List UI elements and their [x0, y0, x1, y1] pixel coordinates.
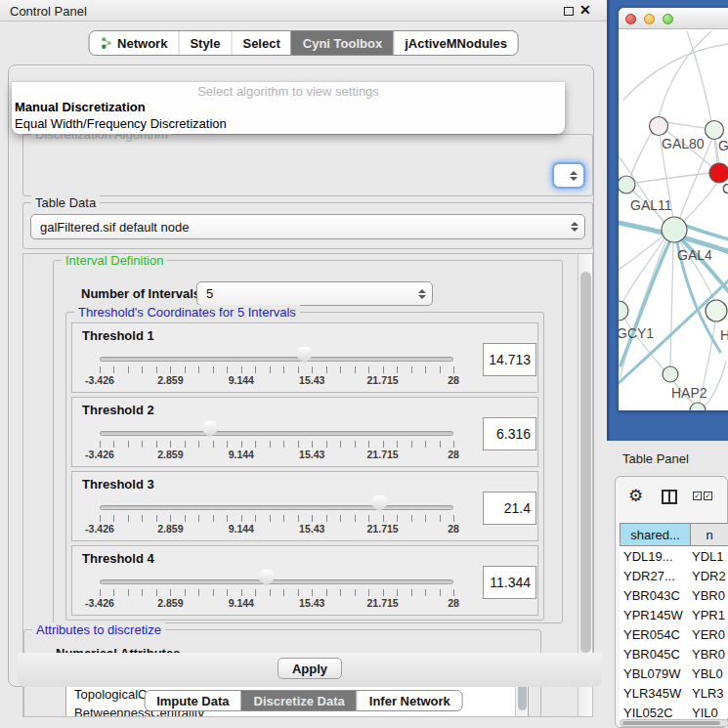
tab-style[interactable]: Style	[178, 31, 231, 55]
network-edge	[670, 242, 673, 366]
close-icon[interactable]: ✕	[579, 2, 591, 18]
table-row[interactable]: YPR145WYPR1	[620, 605, 728, 624]
table-row[interactable]: YIL052CYIL0	[620, 703, 728, 718]
network-node[interactable]	[690, 403, 706, 410]
network-node[interactable]	[650, 117, 668, 136]
network-node[interactable]	[619, 176, 635, 193]
apply-button[interactable]: Apply	[278, 658, 342, 679]
cell-name: YLR3	[692, 686, 728, 701]
table-row[interactable]: YBR045CYBR0	[620, 644, 728, 664]
tab-cyni-toolbox[interactable]: Cyni Toolbox	[291, 31, 393, 55]
table-row[interactable]: YLR345WYLR3	[620, 683, 728, 703]
threshold-1-slider-thumb[interactable]	[297, 347, 312, 364]
gear-icon[interactable]: ⚙	[628, 488, 643, 504]
slider-tick-labels: -3.4262.8599.14415.4321.71528	[100, 449, 453, 462]
cell-shared-name: YDL19...	[620, 549, 692, 564]
threshold-1-value-field[interactable]: 14.713	[483, 343, 536, 376]
slider-ticks	[100, 589, 454, 596]
slider-ticks	[100, 441, 454, 448]
network-node[interactable]	[709, 163, 728, 183]
threshold-2-slider-thumb[interactable]	[202, 421, 217, 438]
cell-shared-name: YBL079W	[620, 666, 692, 681]
table-row[interactable]: YBR043CYBR0	[620, 585, 728, 605]
float-window-icon[interactable]	[564, 7, 574, 16]
combo-arrows-icon	[418, 289, 426, 299]
cell-shared-name: YDR27...	[620, 569, 692, 583]
tab-infer-network[interactable]: Infer Network	[357, 691, 462, 710]
popup-item-equal-width-frequency[interactable]: Equal Width/Frequency Discretization	[15, 116, 227, 131]
popup-item-manual-discretization[interactable]: Manual Discretization	[15, 100, 146, 114]
control-panel-titlebar: Control Panel ✕	[0, 0, 607, 21]
column-header-name[interactable]: n	[691, 523, 728, 546]
network-node[interactable]	[663, 366, 678, 382]
network-node[interactable]	[706, 300, 727, 321]
network-icon	[100, 36, 112, 50]
combo-arrows-icon	[570, 171, 578, 181]
zoom-traffic-light[interactable]	[663, 14, 673, 24]
discretization-algorithm-group: Discretization Algorithm	[22, 134, 593, 196]
threshold-3-label: Threshold 3	[82, 477, 154, 492]
cell-name: YPR1	[692, 608, 728, 622]
checkbox-icon: ✓	[704, 492, 712, 500]
network-node-label: GAL4	[677, 247, 712, 263]
table-row[interactable]: YDL19...YDL1	[620, 546, 728, 566]
threshold-4-value-field[interactable]: 11.344	[483, 566, 536, 599]
tick-label: -3.426	[85, 449, 114, 460]
split-view-icon[interactable]	[662, 490, 677, 504]
threshold-4-slider-thumb[interactable]	[259, 570, 274, 586]
network-node-label: GAL80	[662, 136, 705, 151]
tick-label: 9.144	[229, 597, 254, 609]
threshold-3-slider-thumb[interactable]	[372, 495, 387, 512]
tick-label: 15.43	[299, 523, 324, 535]
tab-select[interactable]: Select	[231, 31, 290, 55]
network-window-frame: GAL80GACGAL11GAL4GCY1HHAP2	[607, 0, 728, 441]
cell-name: YIL0	[692, 706, 728, 719]
table-row[interactable]: YBL079WYBL0	[620, 664, 728, 683]
table-data-selected-value: galFiltered.sif default node	[40, 220, 189, 235]
minimize-traffic-light[interactable]	[644, 14, 655, 24]
slider-ticks	[100, 366, 454, 373]
algorithm-combobox-end[interactable]	[552, 162, 585, 189]
network-node-label: HAP2	[671, 385, 707, 401]
control-panel-window: Control Panel ✕ Network Style Select Cyn…	[0, 0, 607, 728]
network-node-label: GCY1	[619, 325, 654, 341]
close-traffic-light[interactable]	[625, 14, 636, 24]
combo-arrows-icon	[571, 222, 578, 232]
table-body: YDL19...YDL1YDR27...YDR2YBR043CYBR0YPR14…	[620, 546, 728, 718]
settings-scroll-area: Interval Definition Number of Intervals …	[22, 253, 593, 717]
number-of-intervals-combobox[interactable]: 5	[196, 281, 433, 306]
settings-vertical-scrollbar[interactable]	[578, 254, 593, 717]
threshold-2-label: Threshold 2	[82, 403, 154, 417]
table-horizontal-scrollbar[interactable]	[620, 719, 728, 727]
table-panel: ⚙ ✓ ✓ shared... n YDL19...YDL1YDR27...YD…	[615, 476, 728, 728]
cell-shared-name: YIL052C	[620, 706, 692, 719]
bottom-tab-bar: Impute Data Discretize Data Infer Networ…	[144, 690, 463, 711]
tab-jactivemnodules[interactable]: jActiveMNodules	[393, 31, 518, 55]
table-row[interactable]: YDR27...YDR2	[620, 566, 728, 585]
threshold-1-panel: Threshold 1 -3.4262.8599.14415.4321.7152…	[71, 322, 538, 393]
column-header-shared-name[interactable]: shared...	[620, 523, 691, 546]
cell-name: YDR2	[692, 569, 728, 583]
threshold-3-value-field[interactable]: 21.4	[483, 492, 536, 525]
table-row[interactable]: YER054CYER0	[620, 624, 728, 644]
threshold-2-value-field[interactable]: 6.316	[483, 417, 536, 450]
network-node[interactable]	[706, 121, 724, 140]
tab-network[interactable]: Network	[89, 31, 178, 55]
network-node[interactable]	[619, 301, 628, 321]
network-window: GAL80GACGAL11GAL4GCY1HHAP2	[619, 8, 728, 410]
network-node[interactable]	[662, 217, 687, 242]
cell-shared-name: YBR045C	[620, 647, 692, 662]
threshold-4-label: Threshold 4	[82, 551, 154, 566]
column-select-icons[interactable]: ✓ ✓	[693, 492, 712, 500]
network-window-titlebar	[619, 8, 728, 29]
tab-impute-data[interactable]: Impute Data	[145, 691, 240, 710]
tick-label: 9.144	[229, 374, 254, 386]
apply-row: Apply	[18, 653, 602, 687]
table-data-combobox[interactable]: galFiltered.sif default node	[30, 214, 585, 239]
network-canvas[interactable]: GAL80GACGAL11GAL4GCY1HHAP2	[619, 29, 728, 410]
tick-label: -3.426	[85, 597, 114, 609]
attributes-group-label: Attributes to discretize	[32, 622, 165, 637]
tab-discretize-data[interactable]: Discretize Data	[241, 691, 357, 710]
cell-name: YDL1	[692, 549, 728, 564]
thresholds-group: Threshold's Coordinates for 5 Intervals …	[65, 312, 544, 621]
